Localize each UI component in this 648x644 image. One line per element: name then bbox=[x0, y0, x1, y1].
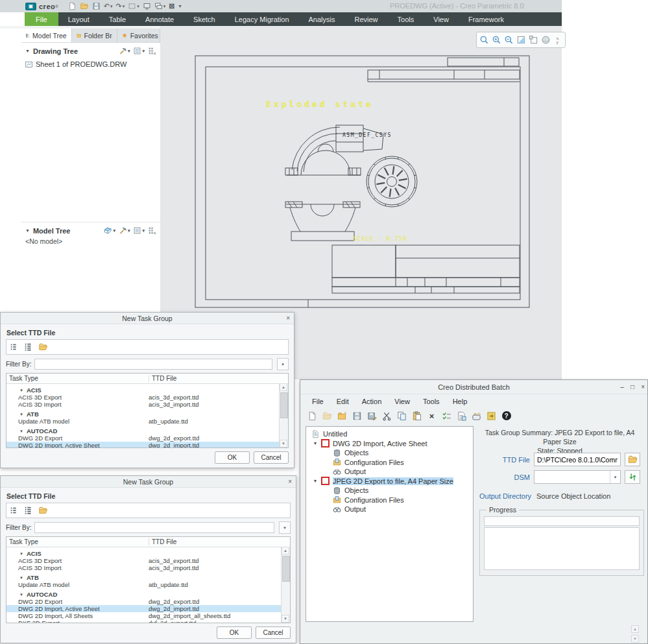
maximize-button[interactable]: □ bbox=[630, 383, 634, 390]
column-ttd-file[interactable]: TTD File bbox=[149, 375, 288, 382]
table-row[interactable]: DXF 2D Exportdxf_2d_export.ttd bbox=[6, 619, 282, 623]
zoom-icon[interactable] bbox=[479, 35, 489, 45]
ok-button[interactable]: OK bbox=[217, 626, 252, 639]
model-settings-button[interactable] bbox=[148, 226, 156, 235]
tab-sketch[interactable]: Sketch bbox=[184, 12, 225, 26]
tab-file[interactable]: File bbox=[25, 12, 58, 26]
group-row[interactable]: ▼ACIS bbox=[6, 550, 282, 557]
table-row[interactable]: Update ATB modelatb_update.ttd bbox=[6, 581, 282, 588]
help-button[interactable]: ? bbox=[501, 411, 512, 422]
close-icon[interactable]: × bbox=[286, 313, 290, 324]
table-row-selected[interactable]: DWG 2D Import, Active Sheetdwg_2d_import… bbox=[6, 605, 282, 612]
open-button[interactable] bbox=[79, 1, 90, 11]
cancel-button[interactable]: Cancel bbox=[254, 451, 289, 464]
scroll-thumb[interactable] bbox=[280, 392, 288, 418]
collapse-icon[interactable]: ▼ bbox=[313, 441, 318, 446]
save-button[interactable] bbox=[352, 411, 363, 422]
task-group-checkbox[interactable] bbox=[321, 477, 330, 485]
scroll-down-icon[interactable]: ▼ bbox=[280, 440, 287, 447]
open-ttd-file-button[interactable] bbox=[38, 506, 48, 515]
saved-views-icon[interactable]: x,y bbox=[553, 35, 563, 45]
tree-child-output[interactable]: Output bbox=[306, 505, 473, 514]
refresh-dsm-button[interactable] bbox=[625, 470, 640, 484]
undo-button[interactable]: ↶▾ bbox=[103, 1, 114, 11]
table-row[interactable]: ACIS 3D Exportacis_3d_export.ttd bbox=[6, 557, 282, 564]
task-group-node-selected[interactable]: ▼ JPEG 2D Export to file, A4 Paper Size bbox=[306, 477, 473, 486]
filter-input[interactable] bbox=[34, 359, 272, 370]
scroll-thumb[interactable] bbox=[282, 556, 290, 582]
cancel-button[interactable]: Cancel bbox=[256, 626, 291, 639]
tab-favorites[interactable]: ★ Favorites bbox=[117, 29, 160, 42]
table-row-selected[interactable]: DWG 2D Import, Active Sheetdwg_2d_import… bbox=[6, 442, 280, 447]
table-row[interactable]: DWG 2D Exportdwg_2d_export.ttd bbox=[6, 435, 280, 442]
settings-button[interactable] bbox=[471, 411, 482, 422]
model-display-button[interactable]: ▾ bbox=[133, 226, 145, 235]
save-button[interactable] bbox=[91, 1, 101, 11]
menu-tools[interactable]: Tools bbox=[416, 398, 446, 405]
export-button[interactable] bbox=[486, 411, 497, 422]
group-row[interactable]: ▼ATB bbox=[6, 574, 282, 581]
drawing-sheet-node[interactable]: Sheet 1 of PROEDWG.DRW bbox=[21, 59, 160, 69]
dsm-combobox[interactable]: ▾ bbox=[534, 470, 621, 484]
tab-legacy-migration[interactable]: Legacy Migration bbox=[225, 12, 299, 26]
group-row[interactable]: ▼ACIS bbox=[6, 387, 280, 394]
group-row[interactable]: ▼AUTOCAD bbox=[6, 591, 282, 598]
detail-view-button[interactable] bbox=[24, 506, 33, 515]
detail-view-button[interactable] bbox=[24, 342, 33, 352]
new-file-button[interactable] bbox=[307, 411, 318, 422]
menu-help[interactable]: Help bbox=[446, 398, 474, 405]
redo-button[interactable]: ↷▾ bbox=[115, 1, 125, 11]
zoom-in-icon[interactable] bbox=[491, 35, 501, 45]
list-view-button[interactable] bbox=[10, 506, 19, 515]
filter-dropdown-icon[interactable]: ▾ bbox=[279, 521, 291, 534]
tab-table[interactable]: Table bbox=[99, 12, 136, 26]
task-group-checkbox[interactable] bbox=[321, 439, 330, 447]
tree-settings-button[interactable] bbox=[148, 47, 156, 55]
close-window-button[interactable]: ⊠ bbox=[168, 1, 175, 11]
tab-review[interactable]: Review bbox=[345, 12, 388, 26]
model-tools-button[interactable]: ▾ bbox=[119, 226, 130, 235]
collapse-drawing-tree-icon[interactable]: ▼ bbox=[25, 49, 30, 53]
tree-child-config-files[interactable]: Configuration Files bbox=[306, 495, 473, 505]
shaded-view-icon[interactable] bbox=[540, 35, 551, 45]
tree-child-config-files[interactable]: Configuration Files bbox=[306, 458, 473, 468]
scroll-up-button[interactable]: ▲ bbox=[631, 625, 639, 633]
column-ttd-file[interactable]: TTD File bbox=[149, 538, 290, 545]
copy-button[interactable] bbox=[396, 411, 407, 422]
paste-button[interactable] bbox=[411, 411, 422, 422]
open-button[interactable] bbox=[322, 411, 333, 422]
scroll-up-icon[interactable]: ▲ bbox=[280, 383, 287, 391]
csys-label[interactable]: ASM_DEF_CSYS bbox=[342, 132, 392, 138]
tree-root-node[interactable]: Untitled bbox=[306, 429, 473, 439]
browse-ttd-button[interactable] bbox=[625, 453, 640, 466]
tab-analysis[interactable]: Analysis bbox=[299, 12, 345, 26]
task-tree-panel[interactable]: Untitled ▼ DWG 2D Import, Active Sheet O… bbox=[306, 426, 474, 622]
tab-layout[interactable]: Layout bbox=[58, 12, 99, 26]
new-task-group-button[interactable] bbox=[337, 411, 348, 422]
table-row[interactable]: DWG 2D Import, All Sheetsdwg_2d_import_a… bbox=[6, 612, 282, 619]
select-box-button[interactable]: ▾ bbox=[127, 1, 140, 11]
close-icon[interactable]: × bbox=[288, 476, 292, 487]
task-properties-button[interactable] bbox=[456, 411, 467, 422]
tree-tools-button[interactable]: ▾ bbox=[119, 47, 130, 55]
table-row[interactable]: ACIS 3D Exportacis_3d_export.ttd bbox=[6, 394, 280, 401]
scroll-up-icon[interactable]: ▲ bbox=[282, 547, 289, 555]
cut-button[interactable] bbox=[381, 411, 392, 422]
window-stack-button[interactable]: ▾ bbox=[154, 1, 167, 11]
new-file-button[interactable] bbox=[67, 1, 77, 11]
column-task-type[interactable]: Task Type bbox=[6, 375, 149, 382]
ttd-file-input[interactable] bbox=[534, 453, 621, 466]
menu-view[interactable]: View bbox=[388, 398, 416, 405]
group-row[interactable]: ▼AUTOCAD bbox=[6, 427, 280, 435]
column-task-type[interactable]: Task Type bbox=[6, 538, 149, 545]
tree-child-objects[interactable]: Objects bbox=[306, 448, 473, 458]
collapse-icon[interactable]: ▼ bbox=[313, 479, 318, 483]
task-group-node[interactable]: ▼ DWG 2D Import, Active Sheet bbox=[306, 439, 473, 449]
model-part-button[interactable]: ▾ bbox=[103, 226, 115, 235]
minimize-button[interactable]: – bbox=[621, 383, 625, 390]
repaint-icon[interactable] bbox=[516, 35, 526, 45]
close-button[interactable]: × bbox=[641, 383, 645, 390]
tab-folder-browser[interactable]: Folder Br bbox=[72, 29, 117, 42]
tree-child-objects[interactable]: Objects bbox=[306, 486, 473, 495]
scroll-down-button[interactable]: ▼ bbox=[631, 635, 639, 643]
